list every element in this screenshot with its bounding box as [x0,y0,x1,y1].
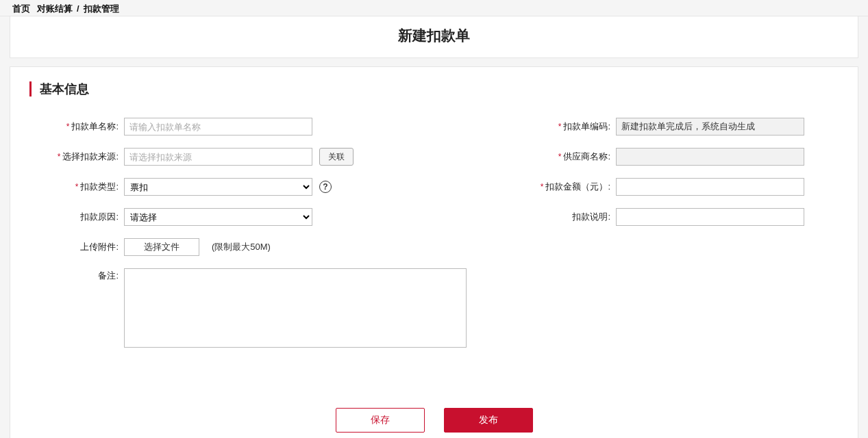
label-deduction-name-text: 扣款单名称: [71,121,119,131]
row-deduction-type: *扣款类型: 票扣 ? [29,178,467,196]
choose-file-button[interactable]: 选择文件 [124,238,199,256]
label-remark-text: 备注: [98,270,119,281]
required-star: * [75,182,79,192]
deduction-amount-input[interactable] [616,178,804,196]
deduction-type-select[interactable]: 票扣 [124,178,312,196]
associate-button[interactable]: 关联 [319,148,354,166]
label-deduction-source-text: 选择扣款来源: [62,151,119,162]
deduction-source-input[interactable] [124,148,312,166]
label-remark: 备注: [29,268,119,282]
remark-textarea[interactable] [124,268,467,348]
label-attachment-text: 上传附件: [80,242,119,252]
attachment-hint: (限制最大50M) [212,241,271,253]
required-star: * [66,122,70,131]
save-button[interactable]: 保存 [336,408,425,433]
label-deduction-source: *选择扣款来源: [29,151,119,163]
deduction-reason-select[interactable]: 请选择 [124,208,312,226]
row-deduction-amount: *扣款金额（元）: [521,178,839,196]
deduction-name-input[interactable] [124,118,312,136]
deduction-desc-input[interactable] [616,208,804,226]
required-star: * [558,122,562,131]
breadcrumb: 首页 对账结算 / 扣款管理 [0,0,868,16]
label-deduction-desc-text: 扣款说明: [572,211,610,222]
row-deduction-code: *扣款单编码: 新建扣款单完成后，系统自动生成 [521,118,839,136]
label-deduction-desc: 扣款说明: [521,211,610,223]
help-icon[interactable]: ? [319,181,332,193]
page-title: 新建扣款单 [10,16,858,57]
label-deduction-code: *扣款单编码: [521,120,610,133]
label-deduction-type-text: 扣款类型: [80,181,119,192]
required-star: * [541,182,544,192]
deduction-code-field: 新建扣款单完成后，系统自动生成 [616,118,804,136]
section-header: 基本信息 [29,81,839,97]
action-buttons: 保存 发布 [10,408,858,433]
page-container: 首页 对账结算 / 扣款管理 新建扣款单 基本信息 *扣款单名称: [0,0,868,438]
row-deduction-source: *选择扣款来源: 关联 [29,148,467,166]
row-deduction-desc: 扣款说明: [521,208,839,226]
label-deduction-reason: 扣款原因: [29,211,119,223]
label-deduction-amount-text: 扣款金额（元）: [545,181,610,192]
row-supplier-name: *供应商名称: [521,148,839,166]
label-deduction-code-text: 扣款单编码: [563,121,610,131]
required-star: * [58,152,61,162]
label-deduction-amount: *扣款金额（元）: [521,181,610,193]
form-right-column: *扣款单编码: 新建扣款单完成后，系统自动生成 *供应商名称: *扣款金额（元）… [521,118,839,360]
row-attachment: 上传附件: 选择文件 (限制最大50M) [29,238,467,256]
form-panel: 基本信息 *扣款单名称: *选择扣款来源: 关联 [10,66,858,438]
breadcrumb-item-deduction[interactable]: 扣款管理 [84,3,119,15]
form-grid: *扣款单名称: *选择扣款来源: 关联 *扣款类型: 票 [29,118,839,360]
breadcrumb-separator: / [77,3,79,14]
label-supplier-name-text: 供应商名称: [563,151,610,162]
title-panel: 新建扣款单 [10,16,858,58]
breadcrumb-item-settlement[interactable]: 对账结算 [37,3,73,15]
label-deduction-type: *扣款类型: [29,181,119,193]
section-title: 基本信息 [40,81,89,97]
publish-button[interactable]: 发布 [444,408,533,433]
row-deduction-reason: 扣款原因: 请选择 [29,208,467,226]
row-remark: 备注: [29,268,467,348]
section-accent-bar [29,81,32,96]
row-deduction-name: *扣款单名称: [29,118,467,136]
label-deduction-reason-text: 扣款原因: [80,211,119,222]
supplier-name-field [616,148,804,166]
form-left-column: *扣款单名称: *选择扣款来源: 关联 *扣款类型: 票 [29,118,467,360]
label-deduction-name: *扣款单名称: [29,120,119,133]
label-supplier-name: *供应商名称: [521,151,610,163]
deduction-code-value: 新建扣款单完成后，系统自动生成 [621,120,755,133]
label-attachment: 上传附件: [29,241,119,253]
breadcrumb-item-home[interactable]: 首页 [12,3,30,15]
required-star: * [558,152,562,162]
